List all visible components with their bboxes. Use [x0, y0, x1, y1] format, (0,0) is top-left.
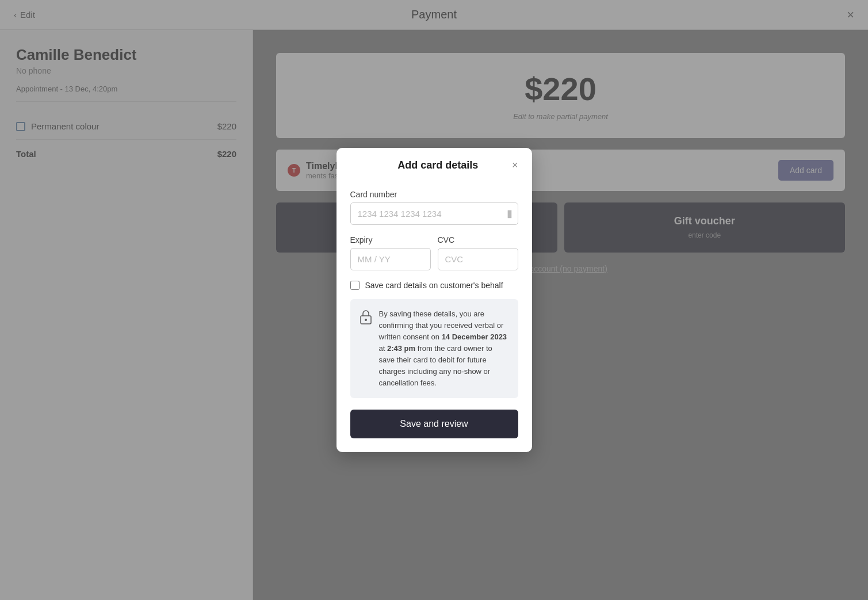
- save-card-checkbox[interactable]: [350, 281, 360, 290]
- card-input-wrapper: ▮: [350, 202, 518, 225]
- card-number-label: Card number: [350, 190, 518, 199]
- modal-close-button[interactable]: ×: [512, 160, 518, 170]
- save-review-button[interactable]: Save and review: [350, 410, 518, 438]
- cvc-input[interactable]: [438, 248, 518, 270]
- modal-header: Add card details ×: [337, 148, 532, 181]
- consent-text: By saving these details, you are confirm…: [379, 308, 509, 389]
- cvc-group: CVC: [438, 235, 518, 270]
- modal-body: Card number ▮ Expiry CVC: [337, 181, 532, 453]
- expiry-cvc-row: Expiry CVC: [350, 235, 518, 270]
- expiry-group: Expiry: [350, 235, 431, 270]
- svg-point-1: [365, 319, 367, 321]
- card-icon: ▮: [507, 207, 513, 220]
- add-card-modal: Add card details × Card number ▮ Expiry …: [337, 148, 532, 453]
- lock-icon: [360, 309, 372, 389]
- card-number-group: Card number ▮: [350, 190, 518, 225]
- save-card-row: Save card details on customer's behalf: [350, 281, 518, 290]
- save-card-label: Save card details on customer's behalf: [365, 281, 503, 290]
- modal-overlay: Add card details × Card number ▮ Expiry …: [0, 0, 868, 600]
- consent-box: By saving these details, you are confirm…: [350, 299, 518, 399]
- cvc-label: CVC: [438, 235, 518, 244]
- expiry-input[interactable]: [350, 248, 431, 270]
- card-number-input[interactable]: [350, 202, 518, 225]
- expiry-label: Expiry: [350, 235, 431, 244]
- modal-title: Add card details: [364, 159, 512, 171]
